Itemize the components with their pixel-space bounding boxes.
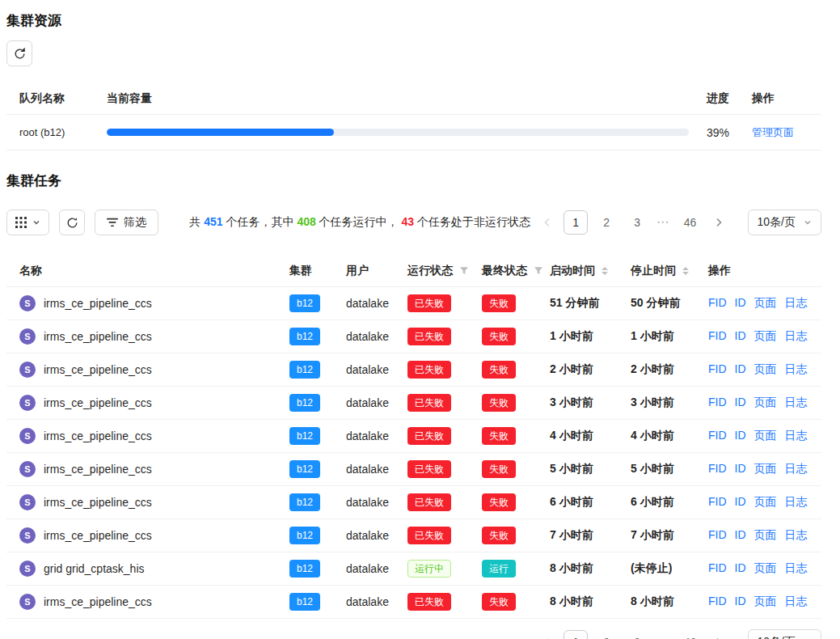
fid-link[interactable]: FID: [708, 362, 727, 377]
task-table-body: S irms_ce_pipeline_ccs b12 datalake 已失败 …: [6, 287, 821, 619]
cluster-tag: b12: [289, 593, 320, 611]
log-link[interactable]: 日志: [785, 329, 808, 344]
user-header: 用户: [346, 264, 369, 278]
table-row: S irms_ce_pipeline_ccs b12 datalake 已失败 …: [6, 387, 821, 420]
id-link[interactable]: ID: [735, 396, 746, 410]
fid-link[interactable]: FID: [708, 595, 727, 609]
cluster-tasks-section: 集群任务: [6, 171, 821, 639]
next-page-button[interactable]: [709, 210, 728, 235]
tasks-summary: 共 451 个任务，其中 408 个任务运行中， 43 个任务处于非运行状态: [171, 202, 530, 243]
summary-text: 个任务处于非运行状态: [414, 215, 530, 228]
page-link[interactable]: 页面: [754, 595, 777, 609]
table-row: S irms_ce_pipeline_ccs b12 datalake 已失败 …: [6, 420, 821, 453]
log-link[interactable]: 日志: [785, 296, 808, 311]
resource-row: root (b12) 39% 管理页面: [6, 115, 821, 150]
manage-page-link[interactable]: 管理页面: [752, 126, 794, 138]
prev-page-button[interactable]: [538, 210, 557, 235]
user-cell: datalake: [346, 330, 407, 343]
id-link[interactable]: ID: [735, 296, 746, 311]
fid-link[interactable]: FID: [708, 495, 727, 510]
fid-link[interactable]: FID: [708, 329, 727, 344]
page-link[interactable]: 页面: [754, 429, 777, 443]
run-status-tag: 已失败: [407, 361, 451, 379]
page-link[interactable]: 页面: [754, 495, 777, 510]
id-link[interactable]: ID: [735, 362, 746, 377]
task-name: irms_ce_pipeline_ccs: [44, 297, 152, 310]
prev-page-button[interactable]: [538, 630, 557, 639]
log-link[interactable]: 日志: [785, 396, 808, 410]
log-link[interactable]: 日志: [785, 595, 808, 609]
refresh-resources-button[interactable]: [6, 40, 32, 66]
page-link[interactable]: 页面: [754, 362, 777, 377]
stop-time-cell: 4 小时前: [631, 429, 708, 443]
fid-link[interactable]: FID: [708, 296, 727, 311]
page-button-46[interactable]: 46: [678, 210, 703, 235]
run-status-tag: 已失败: [407, 527, 451, 544]
table-row: S irms_ce_pipeline_ccs b12 datalake 已失败 …: [6, 586, 821, 619]
log-link[interactable]: 日志: [785, 528, 808, 543]
start-time-cell: 3 小时前: [550, 396, 631, 410]
page-button-3[interactable]: 3: [625, 210, 649, 235]
cluster-tag: b12: [289, 427, 320, 445]
page-link[interactable]: 页面: [754, 396, 777, 410]
sort-icon[interactable]: [682, 267, 689, 275]
page-button-2[interactable]: 2: [594, 210, 618, 235]
id-link[interactable]: ID: [735, 561, 746, 576]
final-status-tag: 失败: [482, 294, 516, 312]
refresh-tasks-button[interactable]: [59, 209, 85, 235]
page-button-46[interactable]: 46: [678, 630, 703, 639]
page-size-select[interactable]: 10条/页: [748, 209, 821, 235]
view-mode-button[interactable]: [6, 209, 49, 235]
page-link[interactable]: 页面: [754, 561, 777, 576]
tasks-toolbar: 筛选 共 451 个任务，其中 408 个任务运行中， 43 个任务处于非运行状…: [6, 202, 821, 243]
page-link[interactable]: 页面: [754, 462, 777, 476]
log-link[interactable]: 日志: [785, 561, 808, 576]
page-ellipsis[interactable]: •••: [656, 218, 671, 226]
id-link[interactable]: ID: [735, 495, 746, 510]
fid-link[interactable]: FID: [708, 561, 727, 576]
id-link[interactable]: ID: [735, 429, 746, 443]
user-cell: datalake: [346, 529, 407, 542]
final-status-tag: 失败: [482, 593, 516, 611]
final-status-tag: 失败: [482, 427, 516, 445]
log-link[interactable]: 日志: [785, 495, 808, 510]
id-link[interactable]: ID: [735, 528, 746, 543]
sort-icon[interactable]: [602, 267, 608, 275]
run-status-tag: 运行中: [407, 560, 451, 578]
id-link[interactable]: ID: [735, 462, 746, 476]
start-time-cell: 8 小时前: [550, 561, 631, 576]
next-page-button[interactable]: [709, 630, 728, 639]
actions-header: 操作: [708, 264, 731, 278]
fid-link[interactable]: FID: [708, 429, 727, 443]
id-link[interactable]: ID: [735, 329, 746, 344]
log-link[interactable]: 日志: [785, 429, 808, 443]
page-button-3[interactable]: 3: [625, 630, 649, 639]
page-link[interactable]: 页面: [754, 329, 777, 344]
fid-link[interactable]: FID: [708, 462, 727, 476]
page-button-1[interactable]: 1: [564, 210, 588, 235]
stop-time-cell: 50 分钟前: [631, 296, 708, 311]
pagination-bottom-wrap: 1 2 3 ••• 46 10条/页: [6, 629, 821, 639]
page-button-2[interactable]: 2: [594, 630, 618, 639]
page-link[interactable]: 页面: [754, 296, 777, 311]
start-time-cell: 8 小时前: [550, 595, 631, 609]
final-status-tag: 运行: [482, 560, 516, 578]
page-link[interactable]: 页面: [754, 528, 777, 543]
filter-funnel-icon[interactable]: [459, 266, 469, 276]
user-cell: datalake: [346, 363, 407, 376]
log-link[interactable]: 日志: [785, 462, 808, 476]
log-link[interactable]: 日志: [785, 362, 808, 377]
grid-view-icon: [15, 217, 27, 228]
filter-funnel-icon[interactable]: [534, 266, 543, 276]
page-button-1[interactable]: 1: [564, 630, 588, 639]
id-link[interactable]: ID: [735, 595, 746, 609]
fid-link[interactable]: FID: [708, 396, 727, 410]
cluster-tag: b12: [289, 560, 320, 578]
stop-time-header: 停止时间: [631, 264, 676, 278]
fid-link[interactable]: FID: [708, 528, 727, 543]
summary-text: 共: [189, 215, 204, 228]
page-size-select[interactable]: 10条/页: [748, 629, 821, 639]
cluster-tag: b12: [289, 328, 320, 345]
cluster-tag: b12: [289, 294, 320, 312]
filter-button[interactable]: 筛选: [95, 209, 158, 235]
